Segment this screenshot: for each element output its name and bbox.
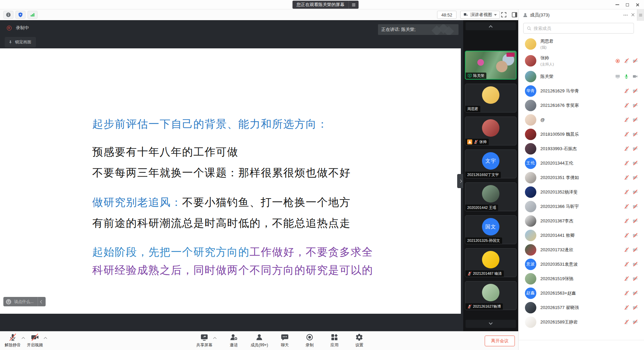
video-strip-toggle[interactable] [457, 174, 463, 188]
member-row[interactable]: 华青2021261629 马华青 [519, 84, 644, 98]
cam-icon [633, 132, 638, 137]
slide-text-segment: 不要小猫钓鱼、打一枪换一个地方 [182, 196, 351, 208]
member-row[interactable]: 2020201351 李倩如 [519, 170, 644, 185]
member-row[interactable]: 2020201367李杰 [519, 214, 644, 228]
member-status-icons [624, 175, 638, 180]
toolbar-button-record[interactable]: 录制 [302, 333, 318, 348]
member-row[interactable]: 2020201732逄欣 [519, 243, 644, 257]
avatar [525, 38, 536, 50]
more-options-button[interactable] [623, 12, 629, 18]
member-row[interactable]: 2020201441 敖卿 [519, 228, 644, 243]
cam-icon [633, 247, 638, 252]
video-tile[interactable]: 2020201442 王瑶 [465, 182, 517, 211]
fullscreen-button[interactable] [500, 11, 507, 18]
members-panel: 成员(373) 周思君(我)张帅(主持人)陈关荣华青2021261629 马华青… [518, 9, 644, 350]
video-tile[interactable]: 2021261627杨博 [465, 281, 517, 310]
chat-icon [281, 333, 289, 341]
toolbar-button-mic[interactable]: 解除静音 [5, 333, 21, 348]
member-names: 周思君(我) [540, 38, 553, 50]
member-row[interactable]: 201933993-石振杰 [519, 141, 644, 156]
video-tile[interactable]: 2021201487 喻清 [465, 248, 517, 277]
member-names: 2021261676 李笑寒 [540, 102, 579, 108]
chat-quick-input[interactable]: 说点什么... [3, 297, 46, 306]
meeting-info-button[interactable] [3, 11, 13, 19]
member-row[interactable]: 周思君(我) [519, 36, 644, 52]
avatar: 国文 [482, 218, 499, 235]
member-row[interactable]: @ [519, 113, 644, 127]
avatar [525, 114, 536, 126]
member-row[interactable]: 2018100509 魏晨乐 [519, 127, 644, 141]
watching-banner: 您正在观看陈关荣的屏幕 [292, 1, 359, 9]
member-names: 2020261589王静岩 [540, 319, 578, 325]
cam-icon [633, 291, 638, 296]
toolbar-button-chat[interactable]: 聊天 [277, 333, 293, 348]
side-panel-toggle-button[interactable] [511, 11, 518, 18]
cam-icon [633, 103, 638, 108]
member-row[interactable]: 2020201366 马昕宇 [519, 199, 644, 214]
video-watermark [506, 53, 515, 57]
video-tile[interactable]: 周思君 [465, 84, 517, 113]
shield-icon [18, 12, 23, 17]
view-mode-dropdown[interactable]: 演讲者视图 [460, 11, 500, 19]
toolbar-button-label: 邀请 [230, 342, 238, 348]
member-list: 周思君(我)张帅(主持人)陈关荣华青2021261629 马华青20212616… [519, 36, 644, 340]
close-icon [636, 3, 639, 7]
chat-collapse-button[interactable] [38, 297, 46, 306]
avatar [482, 284, 499, 301]
restore-button[interactable] [624, 2, 631, 8]
leave-meeting-button[interactable]: 离开会议 [485, 336, 515, 346]
member-name: 2018100509 魏晨乐 [540, 131, 579, 137]
panel-collapse-tab[interactable] [637, 9, 644, 21]
avatar [525, 302, 536, 313]
member-names: 2020203531袁意波 [540, 261, 578, 267]
meeting-toolbar: 48:52 演讲者视图 [0, 9, 518, 20]
share-screen-icon [200, 333, 208, 341]
minimize-button[interactable] [614, 2, 621, 8]
member-status-icons [624, 146, 638, 151]
close-window-button[interactable] [634, 2, 641, 8]
avatar [482, 119, 499, 137]
strip-scroll-up-button[interactable] [466, 22, 516, 30]
toolbar-chevron-up[interactable] [212, 337, 217, 339]
video-tile[interactable]: 陈关荣 [465, 51, 517, 80]
member-row[interactable]: 2020261589王静岩 [519, 315, 644, 329]
member-row[interactable]: 2020201352杨泽斐 [519, 185, 644, 199]
network-status-button[interactable] [28, 11, 38, 19]
toolbar-button-person[interactable]: 成员(99+) [251, 333, 268, 348]
toolbar-button-invite[interactable]: 邀请 [226, 333, 242, 348]
member-row[interactable]: 意波2020203531袁意波 [519, 257, 644, 271]
member-status-icons [615, 58, 638, 63]
video-tile[interactable]: 文宇2021261692丁文宇 [465, 149, 517, 178]
member-search-box[interactable] [523, 23, 634, 34]
video-tile[interactable]: 张帅 [465, 117, 517, 145]
member-search-input[interactable] [534, 26, 631, 31]
toolbar-button-gear[interactable]: 设置 [351, 333, 367, 348]
record-icon [306, 333, 314, 341]
slide-text-line: 不要每两三年就换一个课题：那样很累很烦也做不好 [92, 166, 351, 179]
signal-bars-icon [30, 12, 35, 17]
toolbar-chevron-up[interactable] [43, 337, 48, 339]
toolbar-button-label: 聊天 [281, 342, 289, 348]
toolbar-button-cam[interactable]: 开启视频 [27, 333, 43, 348]
member-row[interactable]: 2021261676 李笑寒 [519, 98, 644, 113]
strip-scroll-down-button[interactable] [466, 320, 516, 328]
video-tiles: 陈关荣周思君张帅文宇2021261692丁文宇2020201442 王瑶国文20… [465, 51, 517, 314]
close-panel-button[interactable] [631, 12, 635, 17]
member-row[interactable]: 赵鑫2020261563+赵鑫 [519, 286, 644, 300]
emoji-icon [5, 299, 12, 305]
toolbar-button-apps[interactable]: 应用 [326, 333, 342, 348]
security-button[interactable] [15, 11, 25, 19]
slide-text-segment: 工作做好，不要贪多求全 [250, 246, 373, 258]
lock-view-button[interactable]: 锁定画面 [5, 37, 36, 47]
video-tile[interactable]: 国文2021201325-孙国文 [465, 215, 517, 244]
toolbar-button-share-screen[interactable]: 共享屏幕 [196, 333, 212, 348]
member-row[interactable]: 2020261577 翟晓强 [519, 300, 644, 315]
banner-menu-button[interactable] [348, 1, 359, 9]
member-row[interactable]: 2020261519张驰 [519, 271, 644, 286]
member-row[interactable]: 王伦2020201344王伦 [519, 156, 644, 170]
member-row[interactable]: 陈关荣 [519, 69, 644, 84]
avatar [525, 316, 536, 328]
member-row[interactable]: 张帅(主持人) [519, 52, 644, 69]
video-tile-name: 张帅 [479, 139, 487, 144]
toolbar-chevron-up[interactable] [21, 337, 25, 339]
